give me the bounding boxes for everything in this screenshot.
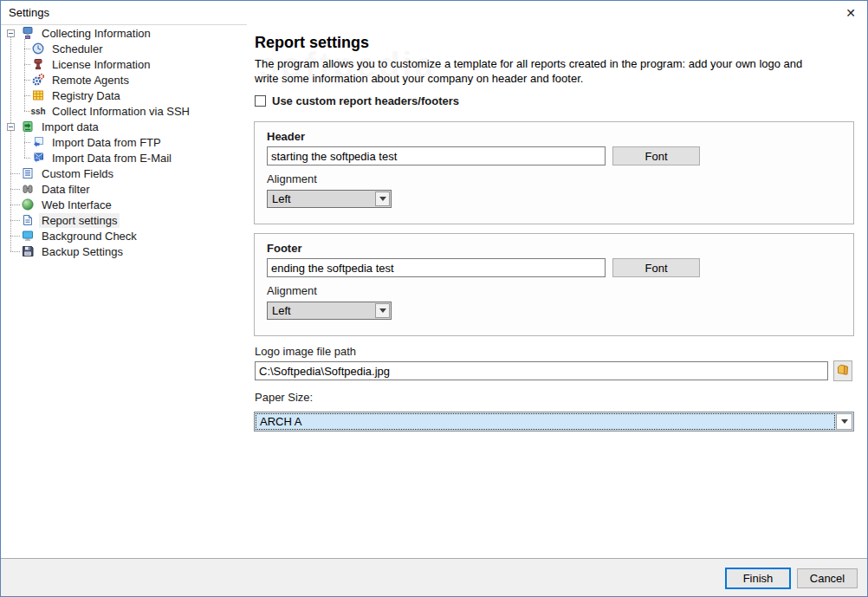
license-stamp-icon <box>31 57 45 71</box>
title-bar: Settings ✕ <box>1 1 867 24</box>
paper-size-label: Paper Size: <box>255 391 313 404</box>
tree-item-label: License Information <box>49 57 152 72</box>
chevron-down-icon[interactable] <box>836 413 852 430</box>
footer-font-button[interactable]: Font <box>612 258 700 277</box>
tree-item-label: Web Interface <box>39 198 114 212</box>
tree-item-report-settings[interactable]: Report settings <box>1 212 247 228</box>
tree-item-label: Collect Information via SSH <box>49 104 192 119</box>
tree-item-background-check[interactable]: Background Check <box>1 228 247 243</box>
tree-item-label: Report settings <box>39 213 120 228</box>
tree-item-label: Background Check <box>39 229 139 243</box>
tree-item-label: Remote Agents <box>49 73 132 88</box>
tree-item-collecting-information[interactable]: Collecting Information <box>1 25 247 41</box>
tree-item-scheduler[interactable]: Scheduler <box>1 41 247 56</box>
page-description: The program allows you to customize a te… <box>255 56 822 86</box>
chevron-down-icon[interactable] <box>375 303 390 318</box>
tree-item-license-information[interactable]: License Information <box>1 56 247 72</box>
header-text-input[interactable] <box>267 146 606 165</box>
tree-item-web-interface[interactable]: Web Interface <box>1 197 247 212</box>
header-alignment-select[interactable]: Left <box>267 190 392 208</box>
tree-item-label: Registry Data <box>49 88 123 103</box>
footer-alignment-label: Alignment <box>267 284 317 297</box>
tree-item-label: Collecting Information <box>39 26 153 41</box>
tree-item-custom-fields[interactable]: Custom Fields <box>1 165 247 181</box>
footer-label: Footer <box>267 242 301 255</box>
folder-icon <box>837 364 850 379</box>
tree-item-label: Custom Fields <box>39 166 116 181</box>
tree-item-registry-data[interactable]: Registry Data <box>1 88 247 103</box>
tree-item-remote-agents[interactable]: Remote Agents <box>1 72 247 88</box>
footer-text-input[interactable] <box>267 258 606 277</box>
tree-item-label: Backup Settings <box>39 244 126 259</box>
settings-tree: Collecting Information Scheduler License… <box>1 25 247 557</box>
tree-item-label: Import data <box>39 120 101 134</box>
paper-size-select[interactable]: ARCH A <box>254 412 854 432</box>
collapse-minus-icon[interactable] <box>7 29 15 37</box>
tree-item-data-filter[interactable]: Data filter <box>1 181 247 197</box>
grid-table-icon <box>31 88 45 102</box>
tree-item-import-email[interactable]: Import Data from E-Mail <box>1 150 247 165</box>
close-icon[interactable]: ✕ <box>841 4 860 22</box>
tree-item-label: Import Data from FTP <box>49 135 164 150</box>
tree-item-import-ftp[interactable]: Import Data from FTP <box>1 134 247 150</box>
tree-item-import-data[interactable]: Import data <box>1 119 247 134</box>
binoculars-icon <box>21 182 35 196</box>
tree-item-backup-settings[interactable]: Backup Settings <box>1 243 247 259</box>
report-page-icon <box>21 213 35 227</box>
browse-folder-button[interactable] <box>833 360 852 381</box>
ssh-text-icon: ssh <box>31 104 45 118</box>
monitor-icon <box>21 229 35 243</box>
paper-size-focus-rect: ARCH A <box>256 413 835 430</box>
footer-alignment-select[interactable]: Left <box>267 302 392 320</box>
logo-path-input[interactable] <box>255 361 828 380</box>
floppy-disk-icon <box>21 244 35 258</box>
settings-window: Settings ✕ Collecting Information Schedu… <box>0 0 868 597</box>
gears-icon <box>31 73 45 87</box>
use-custom-headers-label: Use custom report headers/footers <box>272 94 459 107</box>
tree-item-label: Scheduler <box>49 42 106 56</box>
use-custom-headers-checkbox[interactable] <box>255 95 266 107</box>
use-custom-headers-row: Use custom report headers/footers <box>255 94 459 107</box>
import-data-icon <box>21 120 35 133</box>
header-alignment-label: Alignment <box>267 172 317 185</box>
cancel-button[interactable]: Cancel <box>797 568 858 588</box>
window-title: Settings <box>9 6 49 19</box>
tree-item-label: Import Data from E-Mail <box>49 151 174 165</box>
header-groupbox: Header Font Alignment Left <box>254 121 854 224</box>
header-font-button[interactable]: Font <box>612 146 700 165</box>
tree-item-label: Data filter <box>39 182 93 197</box>
import-ftp-icon <box>31 135 45 149</box>
logo-path-label: Logo image file path <box>255 345 356 358</box>
page-title: Report settings <box>255 34 369 52</box>
import-email-icon <box>31 151 45 165</box>
clock-icon <box>31 42 45 55</box>
footer-groupbox: Footer Font Alignment Left <box>254 233 854 336</box>
list-document-icon <box>21 166 35 180</box>
header-label: Header <box>267 130 305 143</box>
globe-sphere-icon <box>21 198 35 211</box>
network-icon <box>21 26 35 40</box>
collapse-minus-icon[interactable] <box>7 123 15 131</box>
tree-item-collect-ssh[interactable]: ssh Collect Information via SSH <box>1 103 247 119</box>
chevron-down-icon[interactable] <box>375 191 390 206</box>
finish-button[interactable]: Finish <box>725 568 791 589</box>
